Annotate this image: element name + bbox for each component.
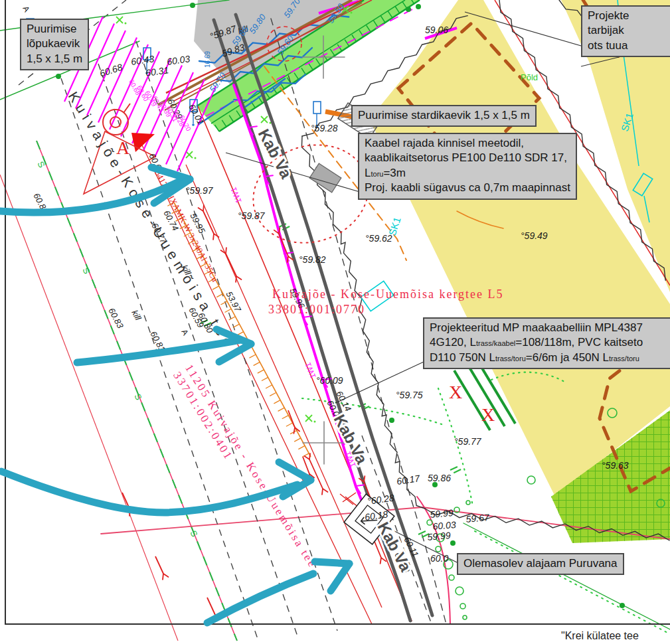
drawing-frame-left — [5, 0, 6, 625]
map-label: 59.06 — [425, 25, 448, 35]
note-line: Projekteeritud MP maakaabelliin MPL4387 — [430, 321, 670, 335]
map-label: 60.03 — [166, 53, 191, 67]
map-label: °59.75 — [396, 390, 423, 400]
map-label: 60.17 — [396, 473, 421, 487]
map-label: 60.0 — [430, 553, 448, 564]
note-box-stardikaevik: Puurimise stardikaevik 1,5 x 1,5 m — [351, 105, 537, 127]
map-label: °59.87 — [238, 210, 266, 221]
map-label: X — [481, 404, 495, 425]
note-line: Projekte — [588, 9, 670, 23]
kergtee-cadastral-label: Kuivajõe - Kose-Uuemõisa kergtee L5 3380… — [272, 287, 504, 317]
map-label: 60.31 — [145, 64, 169, 78]
map-label: °59.77 — [454, 436, 482, 447]
map-label: 59.99 — [427, 530, 452, 542]
map-label: °59.28 — [311, 123, 338, 133]
note-line: Kaabel rajada kinnisel meetodil, — [365, 136, 570, 151]
map-label: 16 69 — [204, 51, 211, 68]
note-line: lõpukaevik — [27, 37, 82, 51]
note-box-mp-kaabelliin: Projekteeritud MP maakaabelliin MPL4387 … — [423, 317, 670, 369]
note-line: Puurimise — [27, 22, 82, 37]
note-box-tarbijakilp: Projekte tarbijak ots tuua — [581, 5, 670, 57]
map-label: 59.67 — [465, 512, 491, 524]
note-line: Proj. kaabli sügavus ca 0,7m maapinnast — [365, 181, 570, 195]
map-label: 59.99 — [430, 507, 454, 520]
note-box-alajaam: Olemasolev alajaam Puruvana — [457, 553, 624, 575]
map-label: °59.82 — [299, 254, 326, 265]
drawing-frame-bottom — [5, 623, 670, 625]
note-line: Ltoru=3m — [365, 166, 570, 181]
map-label: A — [179, 328, 190, 337]
note-line: tarbijak — [588, 23, 670, 38]
note-line: Puurimise stardikaevik 1,5 x 1,5 m — [358, 109, 530, 121]
map-label: 60.83 — [106, 306, 126, 330]
note-box-kaabel: Kaabel rajada kinnisel meetodil, kaablik… — [358, 133, 577, 200]
bottom-margin-note: "Krei külatee tee — [561, 630, 639, 642]
map-label: S — [132, 392, 143, 402]
map-label: Põld — [521, 72, 538, 82]
map-label: 59.86 — [428, 473, 451, 483]
map-label: °60.28 — [367, 492, 395, 507]
map-label: °60.09 — [316, 375, 343, 386]
map-label: 1W1 — [303, 361, 317, 380]
map-label: 60.82 — [31, 191, 50, 215]
note-line: kaablikaitsetorus PE100 De110 SDR 17, — [365, 151, 570, 165]
map-label: A — [21, 5, 31, 14]
map-label: X — [449, 382, 462, 402]
note-box-lopukaevik: Puurimise lõpukaevik 1,5 x 1,5 m — [20, 19, 89, 70]
map-label: °59.49 — [521, 230, 548, 241]
map-label: 60.43 — [130, 53, 155, 67]
map-label: °59.63 — [602, 460, 629, 471]
note-line: D110 750N Ltrass/toru=6/6m ja 450N Ltras… — [430, 351, 670, 365]
note-line: Olemasolev alajaam Puruvana — [463, 557, 618, 570]
map-label: 60.81 — [148, 329, 167, 353]
map-label: SK1 — [386, 216, 403, 237]
note-line: ots tuua — [588, 39, 670, 53]
map-label: 1W1 — [228, 186, 243, 204]
note-line: 4G120, Ltrass/kaabel=108/118m, PVC kaits… — [430, 335, 670, 350]
map-label: S — [35, 159, 46, 169]
map-label: kill — [129, 308, 143, 322]
map-label: °59.97 — [186, 185, 214, 196]
note-line: 1,5 x 1,5 m — [27, 52, 82, 66]
site-plan-page: °59.75°59.2859.06°59.49°59.62°59.82°59.9… — [0, 0, 670, 644]
map-label: S — [188, 528, 199, 538]
